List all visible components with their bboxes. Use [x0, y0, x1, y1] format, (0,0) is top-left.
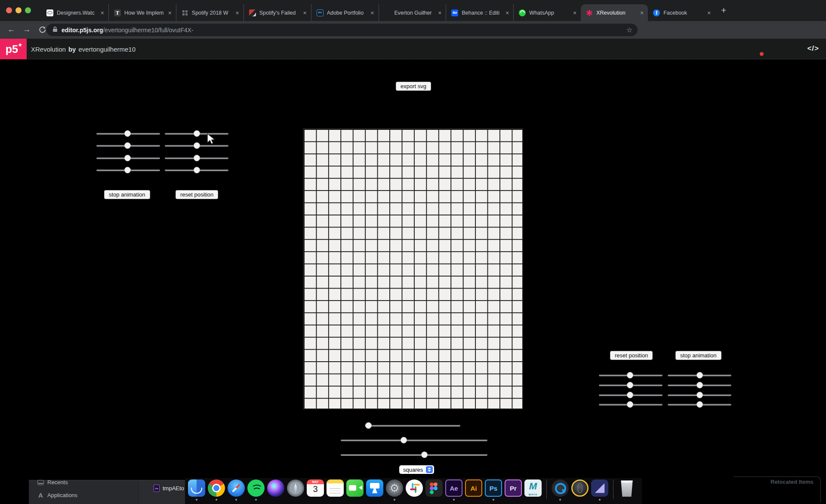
dock-item-siri[interactable]: [267, 479, 284, 503]
tab-how-we-implem[interactable]: THow We Implem×: [108, 4, 176, 21]
tab-spotify-s-failed[interactable]: Spotify’s Failed×: [243, 4, 311, 21]
slider-thumb[interactable]: [627, 392, 633, 398]
close-tab-icon[interactable]: ×: [236, 9, 239, 16]
after-effects-icon[interactable]: Ae: [445, 479, 462, 497]
slider-thumb[interactable]: [697, 372, 703, 378]
right-slider-3a[interactable]: [599, 392, 663, 398]
left-slider-3b[interactable]: [165, 155, 228, 161]
dock-item-chrome[interactable]: [208, 479, 225, 503]
close-tab-icon[interactable]: ×: [505, 9, 509, 16]
chrome-icon[interactable]: [208, 479, 225, 497]
facetime-icon[interactable]: [346, 479, 364, 497]
dock-item-facetime[interactable]: [346, 479, 364, 503]
close-tab-icon[interactable]: ×: [168, 9, 172, 16]
close-tab-icon[interactable]: ×: [707, 9, 711, 16]
right-slider-4b[interactable]: [668, 401, 731, 408]
close-tab-icon[interactable]: ×: [101, 9, 104, 16]
slider-thumb[interactable]: [124, 155, 131, 161]
bottom-slider-1[interactable]: [365, 422, 460, 429]
calendar-icon[interactable]: MAY3: [307, 479, 324, 497]
right-slider-2b[interactable]: [668, 382, 731, 388]
slider-thumb[interactable]: [194, 130, 200, 137]
dock-item-trash[interactable]: [618, 479, 635, 503]
dock-item-launchpad[interactable]: [287, 479, 304, 503]
slider-thumb[interactable]: [124, 167, 131, 173]
close-tab-icon[interactable]: ×: [640, 9, 644, 16]
illustrator-icon[interactable]: Ai: [465, 479, 482, 497]
spotify-icon[interactable]: [247, 479, 265, 497]
tab-xrevolution[interactable]: XRevolution×: [581, 4, 648, 21]
media-app-icon[interactable]: [591, 479, 608, 497]
finder-icon[interactable]: [188, 479, 205, 497]
dock-item-wireframe-sphere[interactable]: [571, 479, 589, 503]
view-code-icon[interactable]: </>: [807, 44, 819, 53]
premiere-icon[interactable]: Pr: [505, 479, 522, 497]
dock-item-media-app[interactable]: [591, 479, 608, 503]
dock-item-finder[interactable]: [188, 479, 205, 503]
sidebar-item-recents[interactable]: Recents: [37, 479, 68, 486]
minimize-window-button[interactable]: [15, 7, 22, 13]
trash-icon[interactable]: [620, 479, 634, 497]
sidebar-item-applications[interactable]: A Applications: [37, 492, 77, 499]
photoshop-icon[interactable]: Ps: [485, 479, 502, 497]
siri-icon[interactable]: [267, 479, 284, 497]
right-slider-3b[interactable]: [668, 392, 731, 398]
close-tab-icon[interactable]: ×: [303, 9, 306, 16]
tab-whatsapp[interactable]: WhatsApp×: [513, 4, 581, 21]
safari-icon[interactable]: [228, 479, 245, 497]
dock-item-system-preferences[interactable]: ⚙: [386, 479, 403, 503]
tab-spotify-2018-w[interactable]: Spotify 2018 W×: [176, 4, 243, 21]
bottom-slider-3[interactable]: [341, 452, 487, 458]
close-tab-icon[interactable]: ×: [573, 9, 576, 16]
slider-thumb[interactable]: [194, 142, 200, 149]
slider-track[interactable]: [365, 425, 460, 427]
stop-animation-button-right[interactable]: stop animation: [675, 351, 721, 360]
dock-item-keynote[interactable]: [366, 479, 383, 503]
zoom-window-button[interactable]: [25, 7, 31, 13]
slider-thumb[interactable]: [627, 372, 633, 378]
slider-thumb[interactable]: [365, 422, 372, 429]
left-slider-2b[interactable]: [165, 142, 228, 149]
close-tab-icon[interactable]: ×: [370, 9, 374, 16]
slider-thumb[interactable]: [194, 155, 200, 161]
stop-animation-button-left[interactable]: stop animation: [104, 190, 150, 199]
notes-icon[interactable]: [327, 479, 344, 497]
right-slider-2a[interactable]: [599, 382, 663, 388]
p5-logo[interactable]: p5*: [0, 39, 27, 59]
maya-icon[interactable]: MMAYA: [524, 479, 542, 497]
slider-thumb[interactable]: [627, 382, 633, 388]
slider-thumb[interactable]: [194, 167, 200, 173]
sketch-canvas[interactable]: export svg stop animation reset position…: [0, 60, 826, 504]
launchpad-icon[interactable]: [287, 479, 304, 497]
system-preferences-icon[interactable]: ⚙: [386, 479, 403, 497]
left-slider-2a[interactable]: [96, 142, 160, 149]
left-slider-3a[interactable]: [96, 155, 160, 161]
tab-behance-editi[interactable]: BēBehance :: Editi×: [446, 4, 513, 21]
tab-everton-guilher[interactable]: Everton Guilher×: [379, 4, 446, 21]
left-slider-4b[interactable]: [165, 167, 228, 173]
dock-item-notes[interactable]: [327, 479, 344, 503]
slider-thumb[interactable]: [401, 437, 407, 443]
figma-icon[interactable]: [425, 479, 443, 497]
dock-item-calendar[interactable]: MAY3: [307, 479, 324, 503]
slider-thumb[interactable]: [124, 142, 131, 149]
dock-item-quicktime[interactable]: [552, 479, 569, 503]
export-svg-button[interactable]: export svg: [396, 82, 431, 91]
reset-position-button-right[interactable]: reset position: [610, 351, 653, 360]
dock-item-premiere[interactable]: Pr: [505, 479, 522, 503]
close-tab-icon[interactable]: ×: [438, 9, 441, 16]
bottom-slider-2[interactable]: [341, 437, 487, 443]
new-tab-button[interactable]: +: [721, 6, 726, 15]
slider-thumb[interactable]: [697, 401, 703, 408]
dock-item-figma[interactable]: [425, 479, 443, 503]
tab-facebook[interactable]: fFacebook×: [648, 4, 715, 21]
bookmark-star-icon[interactable]: ☆: [626, 26, 632, 34]
left-slider-4a[interactable]: [96, 167, 160, 173]
shape-select[interactable]: squares: [399, 465, 434, 474]
left-slider-1a[interactable]: [96, 130, 160, 137]
finder-file-item[interactable]: Ae tmpAEto: [154, 485, 184, 492]
reload-icon[interactable]: [37, 26, 47, 35]
left-slider-1b[interactable]: [165, 130, 228, 137]
slider-thumb[interactable]: [697, 382, 703, 388]
slider-thumb[interactable]: [627, 401, 633, 408]
